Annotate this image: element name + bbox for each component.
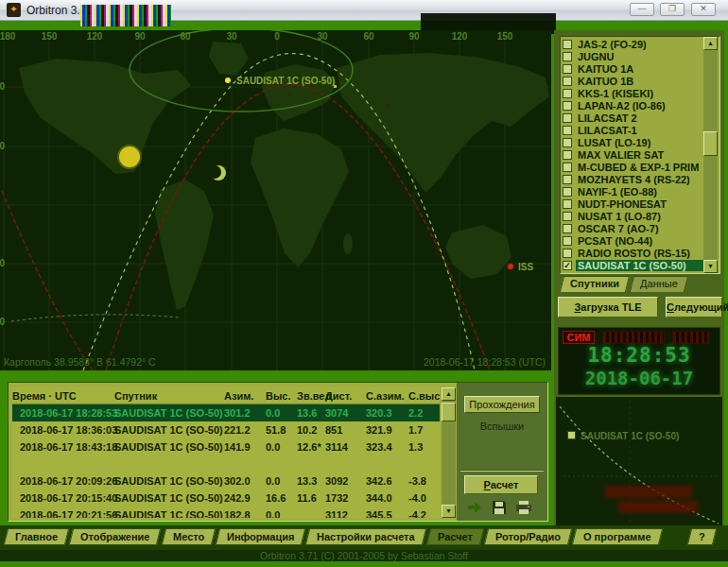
satellite-name: KAITUO 1B [576, 76, 704, 87]
column-header[interactable]: Время · UTC [12, 387, 114, 404]
table-row[interactable]: 2018-06-17 18:28:53 SAUDISAT 1C (SO-50) … [12, 404, 440, 421]
satellite-checkbox[interactable] [563, 126, 572, 135]
satellite-list-item[interactable]: NUDT-PHONESAT [562, 198, 704, 210]
satellite-list-item[interactable]: MAX VALIER SAT [562, 148, 704, 161]
column-header[interactable]: С.выс. [408, 387, 435, 404]
bottom-tab[interactable]: Настройки расчета [305, 528, 426, 545]
satellite-list-item[interactable]: MOZHAYETS 4 (RS-22) [562, 173, 704, 185]
table-row[interactable]: 2018-06-17 18:36:03 SAUDISAT 1C (SO-50) … [12, 421, 440, 438]
column-header[interactable]: Дист. [325, 387, 366, 404]
satellite-checkbox[interactable] [563, 175, 572, 184]
satellite-checkbox[interactable] [563, 89, 572, 98]
minimize-button[interactable]: — [630, 3, 654, 16]
satellite-list[interactable]: JAS-2 (FO-29) JUGNU KAITUO 1A KAITUO 1B [560, 36, 720, 274]
column-header[interactable]: Спутник [114, 387, 224, 404]
satellite-list-item[interactable]: OSCAR 7 (AO-7) [562, 222, 704, 234]
satellite-list-item[interactable]: LAPAN-A2 (IO-86) [562, 99, 704, 112]
panel-tab[interactable]: Спутники [560, 276, 630, 292]
satellite-checkbox[interactable] [563, 212, 572, 221]
satellite-list-item[interactable]: LILACSAT-1 [562, 124, 704, 136]
scroll-thumb[interactable] [442, 403, 456, 421]
load-tle-button[interactable]: Загрузка TLE [558, 297, 658, 318]
sky-radar-panel: SAUDISAT 1C (SO-50) [556, 397, 722, 525]
longitude-label: 180 [0, 31, 15, 42]
satellite-checkbox[interactable] [563, 249, 572, 258]
satellite-list-item[interactable]: KKS-1 (KISEKI) [562, 87, 704, 99]
clock-time: 18:28:53 [559, 344, 719, 367]
calculate-button[interactable]: Расчет [464, 475, 538, 494]
satellite-checkbox[interactable] [563, 40, 572, 49]
table-row[interactable]: 2018-06-17 18:43:18 SAUDISAT 1C (SO-50) … [12, 438, 440, 455]
satellite-checkbox[interactable] [563, 113, 572, 123]
passes-table-header[interactable]: Время · UTCСпутникАзим.Выс.Зв.велДист.С.… [12, 387, 440, 404]
scroll-up-icon[interactable] [703, 37, 718, 50]
satellite-checkbox[interactable] [563, 236, 572, 246]
scroll-up-icon[interactable] [442, 387, 456, 401]
panel-tab[interactable]: Данные [630, 276, 688, 292]
satellite-checkbox[interactable] [563, 224, 572, 233]
scroll-down-icon[interactable] [703, 260, 718, 273]
bottom-tab[interactable]: Место [161, 528, 216, 545]
observer-location-status: Каргополь 38.9583° В 61.4792° С [4, 356, 156, 368]
satellite-list-item[interactable]: NUSAT 1 (LO-87) [562, 210, 704, 222]
bottom-tab[interactable]: О программе [571, 528, 662, 545]
longitude-label: 90 [134, 31, 145, 42]
bottom-tab[interactable]: ? [687, 528, 717, 545]
sim-mode-indicator[interactable]: СИМ [563, 331, 595, 344]
next-button[interactable]: Следующий [666, 297, 722, 318]
table-row[interactable]: 2018-06-17 20:09:26 SAUDISAT 1C (SO-50) … [12, 472, 440, 490]
satellite-list-item[interactable]: M-CUBED & EXP-1 PRIM [562, 161, 704, 173]
table-row[interactable] [12, 455, 440, 472]
flares-tab[interactable]: Вспышки [464, 421, 540, 432]
satellite-list-item[interactable]: KAITUO 1B [562, 75, 704, 87]
satellite-checkbox[interactable] [563, 64, 572, 74]
column-header[interactable]: Зв.вел [297, 387, 325, 404]
longitude-label: 60 [363, 31, 373, 42]
satellite-checkbox[interactable] [563, 187, 572, 197]
table-row[interactable]: 2018-06-17 20:21:56 SAUDISAT 1C (SO-50) … [12, 507, 440, 518]
save-icon[interactable] [491, 500, 508, 515]
print-icon[interactable] [515, 500, 532, 515]
passes-tab[interactable]: Прохождения [464, 396, 540, 413]
table-scrollbar[interactable] [442, 387, 456, 518]
bottom-tab[interactable]: Расчет [425, 528, 483, 545]
column-header[interactable]: С.азим. [366, 387, 408, 404]
satellite-list-item[interactable]: SEEDS II (CO-66) [562, 271, 704, 274]
column-header[interactable]: Выс. [266, 387, 297, 404]
bottom-tab[interactable]: Отображение [69, 528, 162, 545]
bottom-tab[interactable]: Информация [215, 528, 305, 545]
list-scrollbar[interactable] [703, 37, 718, 273]
satellite-checkbox[interactable] [563, 273, 572, 275]
satellite-checkbox[interactable] [563, 199, 572, 209]
satellite-checkbox[interactable] [563, 101, 572, 111]
satellite-list-item[interactable]: RADIO ROSTO (RS-15) [562, 247, 704, 259]
satellite-list-item[interactable]: SAUDISAT 1C (SO-50) [562, 259, 704, 271]
satellite-list-item[interactable]: JUGNU [562, 50, 704, 62]
longitude-label: 120 [452, 31, 468, 42]
satellite-name: RADIO ROSTO (RS-15) [576, 248, 704, 259]
satellite-list-item[interactable]: NAYIF-1 (EO-88) [562, 185, 704, 198]
scroll-down-icon[interactable] [442, 505, 456, 518]
satellite-list-item[interactable]: PCSAT (NO-44) [562, 234, 704, 247]
satellite-checkbox[interactable] [563, 77, 572, 86]
bottom-tab[interactable]: Ротор/Радио [483, 528, 572, 545]
satellite-list-item[interactable]: JAS-2 (FO-29) [562, 38, 704, 50]
satellite-list-item[interactable]: KAITUO 1A [562, 62, 704, 75]
scroll-thumb[interactable] [703, 131, 718, 156]
satellite-checkbox[interactable] [563, 261, 572, 270]
table-row[interactable]: 2018-06-17 20:15:40 SAUDISAT 1C (SO-50) … [12, 490, 440, 507]
map-canvas: SAUDISAT 1C (SO-50) ISS [0, 30, 551, 370]
satellite-list-item[interactable]: LILACSAT 2 [562, 112, 704, 124]
maximize-button[interactable]: ❐ [660, 3, 685, 16]
column-header[interactable]: Азим. [224, 387, 266, 404]
satellite-checkbox[interactable] [563, 52, 572, 61]
bottom-tab[interactable]: Главное [4, 528, 70, 545]
go-arrow-icon[interactable] [466, 500, 483, 515]
satellite-list-item[interactable]: LUSAT (LO-19) [562, 136, 704, 148]
satellite-checkbox[interactable] [563, 150, 572, 160]
latitude-label: 30 [0, 141, 5, 151]
satellite-checkbox[interactable] [563, 138, 572, 147]
right-panel: JAS-2 (FO-29) JUGNU KAITUO 1A KAITUO 1B [554, 30, 724, 525]
close-button[interactable]: ✕ [691, 3, 716, 16]
satellite-checkbox[interactable] [563, 163, 572, 172]
